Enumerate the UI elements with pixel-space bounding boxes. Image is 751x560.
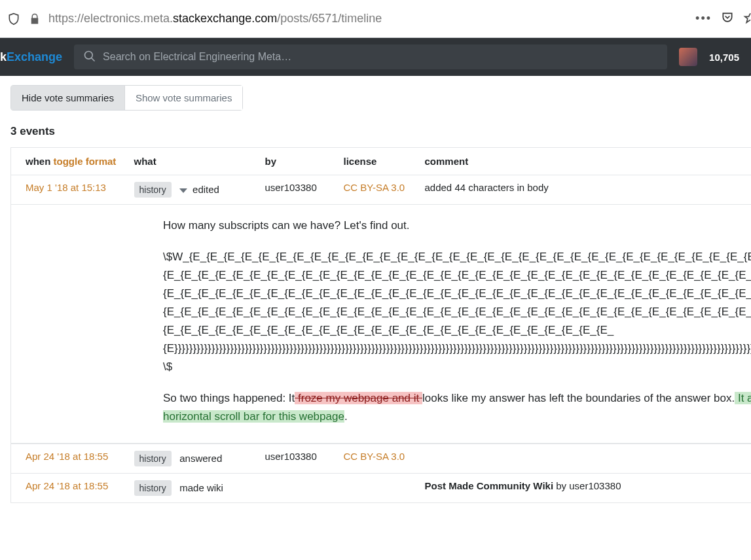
history-pill: history — [134, 182, 172, 198]
col-by: by — [260, 148, 339, 175]
comment-text: Post Made Community Wiki by user103380 — [420, 474, 752, 503]
timestamp-link[interactable]: Apr 24 '18 at 18:55 — [26, 451, 108, 462]
chevron-down-icon[interactable] — [179, 188, 187, 193]
svg-point-0 — [85, 51, 93, 59]
history-pill: history — [134, 480, 172, 496]
table-row: Apr 24 '18 at 18:55 history made wiki Po… — [11, 474, 752, 503]
col-license: license — [339, 148, 420, 175]
by-user: user103380 — [260, 175, 339, 205]
diff-deleted: froze my webpage and it — [295, 392, 422, 404]
body-p2: \$W_{E_{E_{E_{E_{E_{E_{E_{E_{E_{E_{E_{E_… — [163, 248, 751, 376]
comment-text — [420, 444, 752, 474]
search-box[interactable] — [74, 44, 667, 69]
search-input[interactable] — [103, 51, 658, 63]
action-label: answered — [179, 453, 222, 464]
license-link[interactable]: CC BY-SA 3.0 — [344, 182, 405, 193]
shield-icon[interactable] — [7, 12, 21, 26]
col-when: when toggle format — [11, 148, 129, 175]
license-link[interactable]: CC BY-SA 3.0 — [344, 451, 405, 462]
table-row: Apr 24 '18 at 18:55 history answered use… — [11, 444, 752, 474]
events-count: 3 events — [10, 125, 741, 138]
lock-icon[interactable] — [27, 12, 42, 26]
pocket-icon[interactable] — [721, 11, 734, 26]
by-user — [260, 474, 339, 503]
body-p3: So two things happened: It froze my webp… — [163, 389, 751, 426]
site-logo[interactable]: kExchange — [0, 50, 62, 64]
col-comment: comment — [420, 148, 752, 175]
by-user: user103380 — [260, 444, 339, 474]
toggle-format-link[interactable]: toggle format — [54, 156, 117, 167]
history-pill: history — [134, 451, 172, 466]
hide-vote-summaries-button[interactable]: Hide vote summaries — [11, 86, 124, 110]
logo-exchange: Exchange — [7, 50, 62, 63]
timestamp-link[interactable]: May 1 '18 at 15:13 — [26, 182, 106, 193]
show-vote-summaries-button[interactable]: Show vote summaries — [124, 86, 243, 110]
url-domain: stackexchange.com — [173, 12, 277, 25]
comment-text: added 44 characters in body — [420, 175, 752, 205]
action-label: edited — [192, 184, 219, 195]
search-icon — [83, 50, 96, 65]
license-cell — [339, 474, 420, 503]
timestamp-link[interactable]: Apr 24 '18 at 18:55 — [26, 480, 108, 491]
revision-body: How many subscripts can we have? Let's f… — [11, 205, 751, 444]
reputation[interactable]: 10,705 — [709, 52, 739, 63]
url-text[interactable]: https://electronics.meta.stackexchange.c… — [48, 12, 689, 26]
browser-address-bar: https://electronics.meta.stackexchange.c… — [0, 0, 751, 38]
body-p1: How many subscripts can we have? Let's f… — [163, 217, 751, 235]
revision-body-row: How many subscripts can we have? Let's f… — [11, 205, 752, 444]
logo-k: k — [0, 50, 7, 63]
table-row: May 1 '18 at 15:13 history edited user10… — [11, 175, 752, 205]
url-post: /posts/6571/timeline — [277, 12, 382, 25]
col-what: what — [129, 148, 260, 175]
table-header-row: when toggle format what by license comme… — [11, 148, 752, 175]
action-label: made wiki — [179, 482, 223, 493]
star-icon[interactable] — [743, 11, 751, 26]
page-actions-icon[interactable]: ••• — [695, 12, 712, 26]
vote-summary-toggle: Hide vote summaries Show vote summaries — [10, 85, 243, 111]
site-header: kExchange 10,705 — [0, 38, 751, 76]
avatar[interactable] — [679, 48, 697, 66]
timeline-table: when toggle format what by license comme… — [10, 147, 751, 503]
url-pre: https://electronics.meta. — [48, 12, 173, 25]
